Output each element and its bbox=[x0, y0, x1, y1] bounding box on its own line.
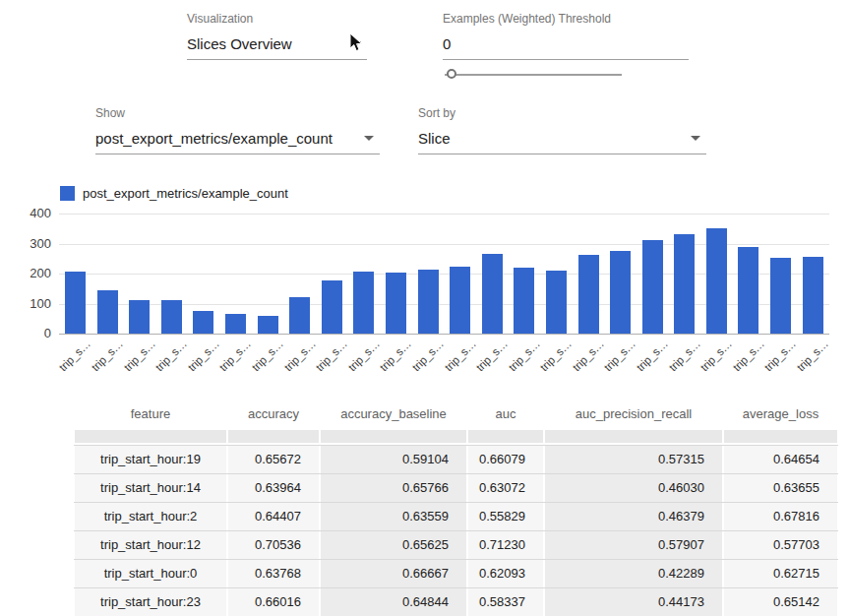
metric-cell: 0.57315 bbox=[545, 446, 722, 473]
metric-cell: 0.65766 bbox=[321, 474, 466, 502]
bar[interactable] bbox=[578, 255, 599, 334]
column-header[interactable]: accuracy_baseline bbox=[320, 398, 467, 429]
bar[interactable] bbox=[514, 268, 534, 334]
x-tick-label: trip_s… bbox=[578, 336, 599, 381]
feature-cell: trip_start_hour:23 bbox=[75, 588, 226, 616]
x-tick-label: trip_s… bbox=[386, 336, 406, 381]
visualization-control: Visualization Slices Overview bbox=[187, 12, 367, 60]
metric-cell: 0.63072 bbox=[468, 474, 543, 502]
mouse-cursor-icon bbox=[349, 32, 364, 53]
bars bbox=[59, 214, 829, 334]
y-tick-label: 0 bbox=[12, 326, 51, 340]
bar[interactable] bbox=[353, 272, 374, 334]
x-tick-label: trip_s… bbox=[770, 336, 791, 381]
table-row: trip_start_hour:230.660160.648440.583370… bbox=[74, 588, 838, 616]
metric-cell: 0.66079 bbox=[468, 446, 543, 473]
column-filter-input[interactable] bbox=[321, 430, 466, 443]
y-tick-label: 300 bbox=[12, 236, 51, 251]
slices-bar-chart: 0100200300400 bbox=[59, 214, 829, 334]
table-header-row: featureaccuracyaccuracy_baselineaucauc_p… bbox=[74, 398, 838, 429]
metric-cell: 0.62093 bbox=[468, 560, 543, 587]
bar[interactable] bbox=[803, 257, 823, 334]
bar[interactable] bbox=[610, 251, 631, 334]
column-filter-input[interactable] bbox=[724, 430, 837, 443]
bar[interactable] bbox=[674, 234, 695, 334]
bar[interactable] bbox=[482, 254, 503, 334]
metric-cell: 0.65672 bbox=[228, 446, 319, 473]
column-header[interactable]: accuracy bbox=[227, 398, 320, 429]
bar[interactable] bbox=[161, 300, 182, 334]
table-filter-row bbox=[74, 429, 838, 446]
bar[interactable] bbox=[225, 314, 246, 334]
bar[interactable] bbox=[770, 258, 791, 334]
column-filter-input[interactable] bbox=[75, 430, 226, 443]
bar[interactable] bbox=[65, 272, 86, 334]
column-filter-input[interactable] bbox=[468, 430, 543, 443]
feature-cell: trip_start_hour:14 bbox=[75, 474, 226, 502]
bar[interactable] bbox=[129, 300, 150, 334]
legend-swatch bbox=[60, 186, 75, 201]
x-tick-label: trip_s… bbox=[674, 336, 695, 381]
table-row: trip_start_hour:120.705360.656250.712300… bbox=[74, 531, 838, 560]
feature-cell: trip_start_hour:2 bbox=[75, 503, 226, 530]
feature-cell: trip_start_hour:19 bbox=[75, 446, 226, 473]
gridline bbox=[59, 334, 829, 335]
x-tick-label: trip_s… bbox=[482, 336, 503, 381]
column-header[interactable]: average_loss bbox=[723, 398, 838, 429]
show-metric-select[interactable]: post_export_metrics/example_count bbox=[95, 122, 380, 154]
table-row: trip_start_hour:190.656720.591040.660790… bbox=[74, 446, 838, 474]
bar[interactable] bbox=[386, 273, 406, 334]
x-tick-label: trip_s… bbox=[322, 336, 342, 381]
bar[interactable] bbox=[193, 311, 213, 334]
bar[interactable] bbox=[450, 267, 470, 334]
feature-cell: trip_start_hour:12 bbox=[75, 531, 226, 559]
slider-thumb[interactable] bbox=[447, 69, 456, 79]
y-tick-label: 200 bbox=[12, 266, 51, 280]
metric-cell: 0.57703 bbox=[724, 531, 837, 559]
threshold-input[interactable] bbox=[443, 28, 689, 60]
metric-cell: 0.55829 bbox=[468, 503, 543, 530]
metric-cell: 0.66667 bbox=[321, 560, 466, 587]
metric-cell: 0.71230 bbox=[468, 531, 543, 559]
metric-cell: 0.64654 bbox=[724, 446, 837, 473]
column-filter-input[interactable] bbox=[228, 430, 319, 443]
chart-legend: post_export_metrics/example_count bbox=[60, 186, 288, 201]
x-tick-label: trip_s… bbox=[803, 336, 823, 381]
column-filter-input[interactable] bbox=[545, 430, 722, 443]
x-tick-label: trip_s… bbox=[225, 336, 246, 381]
metric-cell: 0.66016 bbox=[228, 588, 319, 616]
x-tick-label: trip_s… bbox=[642, 336, 663, 381]
bar[interactable] bbox=[322, 280, 342, 334]
metric-cell: 0.46030 bbox=[545, 474, 722, 502]
bar[interactable] bbox=[642, 240, 663, 334]
metric-cell: 0.44173 bbox=[545, 588, 722, 616]
show-metric-selected-value: post_export_metrics/example_count bbox=[95, 130, 333, 147]
bar[interactable] bbox=[706, 228, 727, 334]
x-tick-label: trip_s… bbox=[546, 336, 567, 381]
metric-cell: 0.64844 bbox=[321, 588, 466, 616]
bar[interactable] bbox=[258, 316, 278, 334]
threshold-slider[interactable] bbox=[445, 67, 622, 83]
metric-cell: 0.57907 bbox=[545, 531, 722, 559]
column-header[interactable]: auc_precision_recall bbox=[544, 398, 723, 429]
bar[interactable] bbox=[738, 247, 758, 334]
bar[interactable] bbox=[289, 297, 310, 334]
bar[interactable] bbox=[97, 290, 118, 334]
metric-cell: 0.42289 bbox=[545, 560, 722, 587]
metrics-table: featureaccuracyaccuracy_baselineaucauc_p… bbox=[74, 398, 838, 616]
x-tick-label: trip_s… bbox=[706, 336, 727, 381]
metric-cell: 0.58337 bbox=[468, 588, 543, 616]
bar[interactable] bbox=[546, 271, 567, 334]
slider-track[interactable] bbox=[445, 74, 622, 76]
table-row: trip_start_hour:20.644070.635590.558290.… bbox=[74, 503, 838, 531]
x-tick-label: trip_s… bbox=[129, 336, 150, 381]
sort-by-select[interactable]: Slice bbox=[418, 122, 706, 154]
visualization-select[interactable]: Slices Overview bbox=[187, 28, 367, 60]
sort-by-selected-value: Slice bbox=[418, 130, 451, 147]
column-header[interactable]: auc bbox=[467, 398, 544, 429]
sort-by-control: Sort by Slice bbox=[418, 106, 706, 154]
column-header[interactable]: feature bbox=[74, 398, 227, 429]
bar[interactable] bbox=[418, 270, 439, 334]
table-body: trip_start_hour:190.656720.591040.660790… bbox=[74, 446, 838, 616]
x-axis-labels: trip_s…trip_s…trip_s…trip_s…trip_s…trip_… bbox=[59, 336, 829, 381]
